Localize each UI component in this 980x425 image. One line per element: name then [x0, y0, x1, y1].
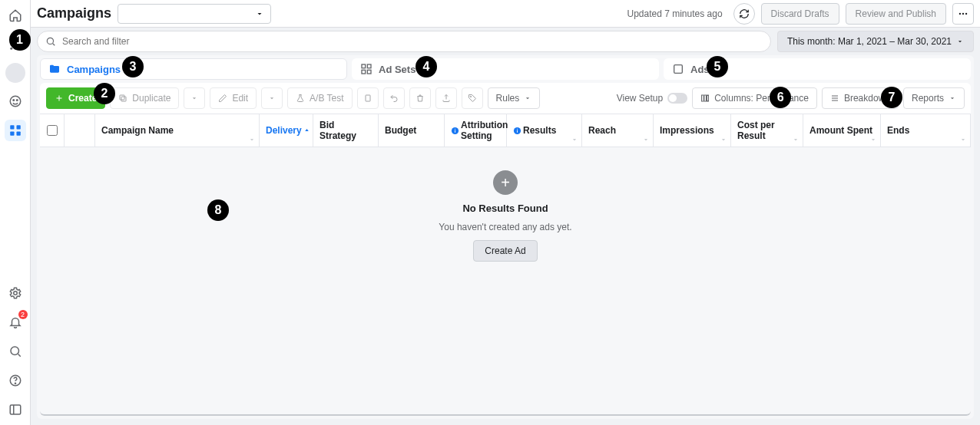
chevron-down-icon	[255, 9, 264, 18]
create-label: Create	[68, 93, 97, 104]
delete-button[interactable]	[409, 87, 431, 109]
collapse-icon[interactable]	[5, 399, 26, 420]
tab-adsets[interactable]: Ad Sets 4	[352, 58, 659, 80]
reports-button[interactable]: Reports	[903, 87, 965, 109]
plus-icon	[55, 94, 64, 103]
create-ad-button[interactable]: Create Ad	[473, 240, 537, 262]
flask-icon	[296, 94, 305, 103]
svg-rect-32	[366, 95, 370, 101]
emoji-icon[interactable]	[5, 91, 26, 112]
view-setup-label: View Setup	[617, 93, 664, 104]
marker-5: 5	[707, 56, 728, 77]
date-range-picker[interactable]: This month: Mar 1, 2021 – Mar 30, 2021	[777, 31, 974, 52]
th-label: Delivery	[266, 125, 310, 136]
th-campaign-name[interactable]: Campaign Name	[95, 114, 260, 147]
th-amount-spent[interactable]: Amount Spent	[803, 114, 881, 147]
th-budget[interactable]: Budget	[379, 114, 445, 147]
svg-rect-34	[702, 95, 704, 101]
svg-rect-27	[362, 70, 366, 74]
svg-rect-12	[10, 125, 14, 129]
th-bid-strategy[interactable]: Bid Strategy	[313, 114, 379, 147]
th-attribution[interactable]: Attribution Setting	[445, 114, 507, 147]
ads-manager-icon[interactable]	[5, 120, 26, 141]
settings-icon[interactable]	[5, 282, 26, 304]
empty-title: No Results Found	[462, 203, 548, 214]
duplicate-button[interactable]: Duplicate	[110, 87, 179, 109]
avatar[interactable]	[5, 63, 25, 83]
svg-rect-42	[517, 128, 518, 129]
th-switch	[65, 114, 95, 147]
breakdown-icon	[830, 94, 839, 103]
copy-button[interactable]	[357, 87, 379, 109]
export-button[interactable]	[435, 87, 457, 109]
svg-point-10	[13, 100, 15, 101]
view-setup-toggle[interactable]	[667, 93, 687, 104]
th-ends[interactable]: Ends	[881, 114, 971, 147]
review-publish-button[interactable]: Review and Publish	[846, 3, 946, 25]
tab-label: Ad Sets	[379, 64, 416, 75]
chevron-down-icon	[949, 94, 956, 102]
th-delivery[interactable]: Delivery	[260, 114, 313, 147]
svg-rect-13	[16, 125, 20, 129]
chevron-down-icon	[956, 38, 964, 45]
edit-button[interactable]: Edit	[210, 87, 257, 109]
svg-rect-38	[455, 130, 455, 132]
account-dropdown[interactable]	[118, 4, 271, 24]
th-reach[interactable]: Reach	[582, 114, 654, 147]
search-box[interactable]	[37, 31, 771, 52]
th-label: Impressions	[660, 125, 714, 136]
search-icon[interactable]	[5, 341, 26, 362]
th-cost-per-result[interactable]: Cost per Result	[731, 114, 803, 147]
marker-2: 2	[94, 83, 115, 104]
rules-label: Rules	[496, 93, 520, 104]
svg-point-23	[965, 12, 967, 14]
search-input[interactable]	[62, 36, 763, 47]
breakdown-button[interactable]: Breakdown 7	[822, 87, 899, 109]
search-row: This month: Mar 1, 2021 – Mar 30, 2021	[31, 28, 980, 55]
svg-rect-14	[10, 132, 14, 136]
svg-rect-29	[674, 65, 683, 74]
undo-button[interactable]	[383, 87, 405, 109]
svg-rect-35	[704, 95, 707, 101]
tag-button[interactable]	[462, 87, 483, 109]
columns-icon	[700, 94, 710, 103]
abtest-button[interactable]: A/B Test	[287, 87, 352, 109]
discard-drafts-button[interactable]: Discard Drafts	[761, 3, 839, 25]
svg-point-22	[962, 12, 964, 14]
empty-state: + No Results Found You haven't created a…	[40, 147, 971, 416]
edit-dropdown[interactable]	[261, 87, 283, 109]
svg-rect-31	[120, 95, 124, 100]
columns-button[interactable]: Columns: Performance 6	[692, 87, 817, 109]
marker-6: 6	[770, 87, 791, 108]
adsets-icon	[360, 63, 372, 75]
tab-ads[interactable]: Ads 5	[664, 58, 971, 80]
more-button[interactable]	[952, 3, 974, 25]
page-title: Campaigns	[37, 5, 111, 21]
tab-campaigns[interactable]: Campaigns 3	[40, 58, 347, 80]
duplicate-icon	[118, 94, 127, 103]
th-impressions[interactable]: Impressions	[654, 114, 731, 147]
marker-7: 7	[881, 87, 902, 108]
home-icon[interactable]	[5, 5, 26, 26]
duplicate-dropdown[interactable]	[184, 87, 205, 109]
svg-point-6	[10, 48, 12, 50]
info-icon	[451, 127, 459, 135]
svg-point-17	[11, 347, 19, 355]
reports-label: Reports	[912, 93, 944, 104]
th-checkbox[interactable]	[40, 114, 65, 147]
help-icon[interactable]	[5, 370, 26, 391]
chevron-down-icon	[524, 94, 531, 102]
marker-1: 1	[9, 29, 31, 51]
notifications-icon[interactable]: 2	[5, 311, 26, 333]
select-all-checkbox[interactable]	[47, 125, 58, 136]
date-range-label: This month: Mar 1, 2021 – Mar 30, 2021	[787, 36, 952, 47]
refresh-button[interactable]	[733, 3, 755, 25]
svg-rect-20	[10, 405, 21, 414]
empty-subtitle: You haven't created any ads yet.	[439, 222, 571, 232]
rules-button[interactable]: Rules	[488, 87, 541, 109]
folder-icon	[48, 63, 61, 75]
svg-rect-26	[367, 64, 371, 68]
th-results[interactable]: Results	[507, 114, 582, 147]
svg-rect-41	[517, 130, 518, 132]
toolbar: Create 2 Duplicate Edit A/B Test	[40, 83, 971, 114]
